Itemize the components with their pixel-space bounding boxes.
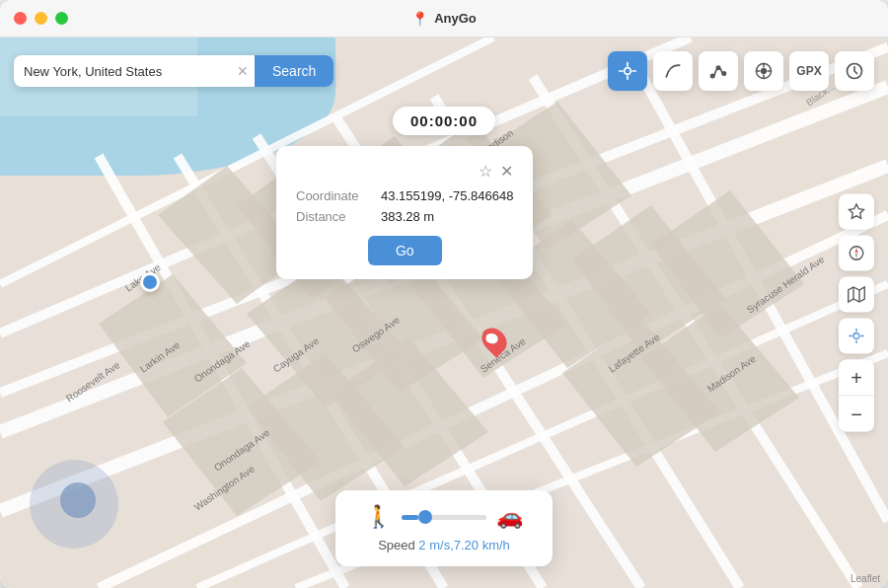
- distance-value: 383.28 m: [381, 209, 434, 224]
- svg-marker-66: [849, 287, 865, 302]
- gpx-button[interactable]: GPX: [789, 51, 829, 91]
- leaflet-credit: Leaflet: [851, 573, 880, 584]
- location-info-popup: ☆ ✕ Coordinate 43.155199, -75.846648 Dis…: [276, 146, 533, 279]
- search-bar: ✕ Search: [14, 55, 333, 87]
- walk-icon: 🚶: [365, 504, 392, 530]
- go-button[interactable]: Go: [368, 236, 442, 265]
- favorite-button[interactable]: [839, 194, 874, 230]
- minimize-button[interactable]: [35, 12, 47, 25]
- map-container[interactable]: Lake Ave Roosevelt Ave Larkin Ave Ononda…: [0, 37, 888, 588]
- my-location-button[interactable]: [839, 319, 874, 354]
- distance-label: Distance: [296, 209, 365, 224]
- zoom-controls: + −: [839, 360, 874, 432]
- speed-slider-track: [402, 515, 486, 520]
- map-pin-marker: [483, 327, 505, 354]
- svg-point-56: [762, 69, 767, 74]
- svg-marker-62: [850, 204, 864, 218]
- speed-label-text: Speed: [378, 538, 415, 552]
- search-clear-button[interactable]: ✕: [231, 64, 255, 78]
- teleport-tool-button[interactable]: [608, 51, 647, 91]
- compass-button[interactable]: [839, 236, 874, 271]
- coordinate-row: Coordinate 43.155199, -75.846648: [296, 188, 513, 203]
- popup-header: ☆ ✕: [296, 162, 513, 181]
- speed-slider-thumb[interactable]: [418, 510, 432, 524]
- speed-slider-fill: [402, 515, 418, 520]
- coordinate-label: Coordinate: [296, 188, 365, 203]
- maximize-button[interactable]: [55, 12, 68, 25]
- svg-point-69: [853, 333, 859, 339]
- tool-icons: GPX: [608, 51, 874, 91]
- svg-marker-65: [855, 254, 858, 259]
- svg-marker-64: [855, 248, 858, 254]
- joystick-thumb: [60, 482, 96, 518]
- speed-icons-row: 🚶 🚗: [365, 504, 523, 530]
- gpx-label: GPX: [796, 64, 821, 78]
- app-logo-icon: 📍: [411, 11, 428, 27]
- zoom-out-button[interactable]: −: [839, 397, 874, 432]
- map-toolbar: ✕ Search: [14, 51, 874, 91]
- app-window: 📍 AnyGo: [0, 0, 888, 588]
- app-title: 📍 AnyGo: [411, 11, 477, 27]
- joystick-tool-button[interactable]: [744, 51, 783, 91]
- search-input[interactable]: [14, 56, 231, 87]
- titlebar: 📍 AnyGo: [0, 0, 888, 37]
- speed-slider-container[interactable]: [402, 510, 486, 524]
- zoom-in-button[interactable]: +: [839, 360, 874, 396]
- map-view-button[interactable]: [839, 277, 874, 313]
- history-button[interactable]: [835, 51, 874, 91]
- distance-row: Distance 383.28 m: [296, 209, 513, 224]
- traffic-lights: [14, 12, 68, 25]
- speed-label-row: Speed 2 m/s,7.20 km/h: [365, 538, 523, 552]
- close-button[interactable]: [14, 12, 27, 25]
- popup-close-button[interactable]: ✕: [500, 162, 513, 181]
- app-title-text: AnyGo: [434, 11, 477, 26]
- speed-value-text: 2 m/s,7.20 km/h: [418, 538, 509, 552]
- curve-route-button[interactable]: [653, 51, 693, 91]
- timer-value: 00:00:00: [410, 112, 478, 129]
- svg-point-47: [625, 68, 631, 75]
- timer-badge: 00:00:00: [393, 107, 495, 135]
- popup-favorite-button[interactable]: ☆: [479, 162, 492, 181]
- right-controls: + −: [839, 194, 874, 432]
- search-button[interactable]: Search: [255, 55, 333, 87]
- multi-point-button[interactable]: [699, 51, 738, 91]
- coordinate-value: 43.155199, -75.846648: [381, 188, 513, 203]
- car-icon: 🚗: [496, 504, 523, 530]
- current-location-dot: [140, 272, 160, 292]
- speed-panel: 🚶 🚗 Speed 2 m/s,7.20 km/h: [335, 490, 553, 566]
- joystick-control[interactable]: [30, 460, 118, 549]
